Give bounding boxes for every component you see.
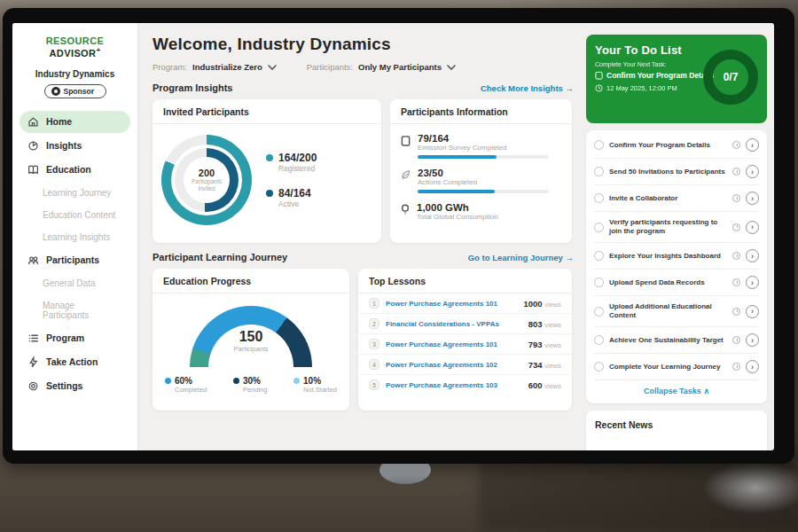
chevron-right-icon[interactable]: › xyxy=(746,276,759,289)
task-label: Upload Spend Data Records xyxy=(609,278,727,287)
sidebar-item-participants[interactable]: Participants xyxy=(20,249,130,271)
clock-icon xyxy=(732,223,740,231)
task-label: Complete Your Learning Journey xyxy=(609,363,727,372)
stat-value: 79/164 xyxy=(418,133,549,144)
program-filter-label: Program: xyxy=(153,62,187,72)
task-checkbox[interactable] xyxy=(594,140,604,150)
org-name: Industry Dynamics xyxy=(20,69,130,79)
donut-center-label: Participants Invited xyxy=(184,178,230,193)
chevron-right-icon[interactable]: › xyxy=(746,333,759,347)
task-row[interactable]: Complete Your Learning Journey › xyxy=(594,354,759,380)
task-checkbox[interactable] xyxy=(594,167,604,176)
clock-icon xyxy=(732,252,740,260)
lesson-link[interactable]: Power Purchase Agreements 101 xyxy=(386,340,522,348)
lesson-link[interactable]: Power Purchase Agreements 102 xyxy=(386,361,522,369)
task-row[interactable]: Send 50 Invitations to Participants › xyxy=(594,159,759,185)
task-checkbox[interactable] xyxy=(594,307,604,317)
sidebar-item-insights[interactable]: Insights xyxy=(20,135,130,157)
task-row[interactable]: Explore Your Insights Dashboard › xyxy=(594,243,759,270)
lesson-row: 3 Power Purchase Agreements 101 793 view… xyxy=(358,334,572,355)
sidebar-item-education-content[interactable]: Education Content xyxy=(20,205,130,225)
sidebar-item-education[interactable]: Education xyxy=(20,159,130,181)
chevron-right-icon[interactable]: › xyxy=(746,192,759,205)
sponsor-badge-label: Sponsor xyxy=(64,87,94,96)
chevron-right-icon[interactable]: › xyxy=(746,221,759,234)
lesson-rank: 1 xyxy=(369,298,379,309)
chevron-right-icon[interactable]: › xyxy=(746,249,759,262)
views-suffix: views xyxy=(544,341,561,349)
stat-value: 23/50 xyxy=(418,168,549,178)
lesson-views: 734 xyxy=(528,360,543,370)
legend-dot xyxy=(233,378,239,384)
lesson-views: 600 xyxy=(528,380,543,390)
clock-icon xyxy=(732,363,740,371)
background-highlight xyxy=(702,461,798,514)
sidebar-item-manage-participants[interactable]: Manage Participants xyxy=(20,295,130,325)
task-checkbox[interactable] xyxy=(594,223,604,232)
program-filter[interactable]: Program: Industrialize Zero xyxy=(153,62,277,72)
todo-task-list: Confirm Your Program Details › Send 50 I… xyxy=(586,130,767,403)
lesson-rank: 5 xyxy=(369,379,379,390)
stat-label: Actions Completed xyxy=(418,178,549,186)
recent-news-title: Recent News xyxy=(595,419,758,430)
clock-icon xyxy=(732,194,740,202)
chevron-right-icon[interactable]: › xyxy=(746,360,759,373)
lesson-link[interactable]: Financial Considerations - VPPAs xyxy=(386,320,522,328)
gauge-center-label: Participants xyxy=(190,345,312,353)
lesson-views: 793 xyxy=(528,340,543,349)
sidebar-item-program[interactable]: Program xyxy=(20,327,130,349)
task-row[interactable]: Confirm Your Program Details › xyxy=(594,132,759,159)
sidebar-item-label: Manage Participants xyxy=(43,301,122,320)
task-checkbox[interactable] xyxy=(594,278,604,287)
go-to-learning-journey-link[interactable]: Go to Learning Journey → xyxy=(468,253,574,262)
sidebar-item-learning-insights[interactable]: Learning Insights xyxy=(20,227,130,247)
sponsor-badge[interactable]: Sponsor xyxy=(44,84,106,98)
task-row[interactable]: Upload Additional Educational Content › xyxy=(594,296,759,327)
task-row[interactable]: Verify participants requesting to join t… xyxy=(594,212,759,243)
lesson-link[interactable]: Power Purchase Agreements 103 xyxy=(386,381,522,389)
stat-global-consumption: 1,000 GWh Total Global Consumption xyxy=(401,202,561,224)
task-row[interactable]: Achieve One Sustainability Target › xyxy=(594,327,759,354)
task-checkbox[interactable] xyxy=(594,251,604,261)
participants-filter[interactable]: Participants: Only My Participants xyxy=(307,62,456,72)
stat-value: 1,000 GWh xyxy=(417,202,498,213)
lesson-link[interactable]: Power Purchase Agreements 101 xyxy=(386,300,517,308)
sidebar-item-home[interactable]: Home xyxy=(20,111,130,133)
sidebar-item-general-data[interactable]: General Data xyxy=(20,273,130,293)
task-checkbox[interactable] xyxy=(594,193,604,203)
task-checkbox[interactable] xyxy=(594,362,604,372)
sidebar-item-take-action[interactable]: Take Action xyxy=(20,351,130,373)
views-suffix: views xyxy=(544,301,561,309)
sidebar-item-settings[interactable]: Settings xyxy=(20,375,130,397)
collapse-tasks-link[interactable]: Collapse Tasks ∧ xyxy=(594,380,759,400)
monitor-bezel: RESOURCE ADVISOR+ Industry Dynamics Spon… xyxy=(3,8,794,464)
task-label: Verify participants requesting to join t… xyxy=(609,218,727,236)
task-label: Confirm Your Program Details xyxy=(609,141,727,150)
legend-label: Active xyxy=(278,200,311,208)
sidebar-item-label: Home xyxy=(46,116,72,127)
task-checkbox[interactable] xyxy=(594,335,604,345)
section-title: Participant Learning Journey xyxy=(153,252,287,262)
legend-registered: 164/200 Registered xyxy=(266,152,317,173)
task-icon xyxy=(595,71,603,80)
chevron-right-icon[interactable]: › xyxy=(746,165,759,178)
invited-participants-card: Invited Participants 200 Participants In… xyxy=(153,99,381,243)
chevron-right-icon[interactable]: › xyxy=(746,138,759,152)
task-row[interactable]: Invite a Collaborator › xyxy=(594,185,759,212)
chevron-down-icon xyxy=(268,65,277,70)
task-label: Upload Additional Educational Content xyxy=(609,302,727,320)
insights-icon xyxy=(27,140,39,152)
leaf-icon xyxy=(401,169,411,180)
take-action-icon xyxy=(27,356,39,368)
sidebar-item-label: Settings xyxy=(46,380,82,391)
views-suffix: views xyxy=(544,321,561,329)
donut-center-value: 200 xyxy=(199,168,215,178)
chevron-right-icon[interactable]: › xyxy=(746,305,759,318)
legend-value: 10% xyxy=(303,376,337,386)
sponsor-badge-icon xyxy=(51,87,60,96)
progress-fill xyxy=(418,155,497,159)
task-row[interactable]: Upload Spend Data Records › xyxy=(594,270,759,296)
check-more-insights-link[interactable]: Check More Insights → xyxy=(481,83,574,93)
sidebar-item-learning-journey[interactable]: Learning Journey xyxy=(20,183,130,203)
section-title: Program Insights xyxy=(153,82,232,93)
